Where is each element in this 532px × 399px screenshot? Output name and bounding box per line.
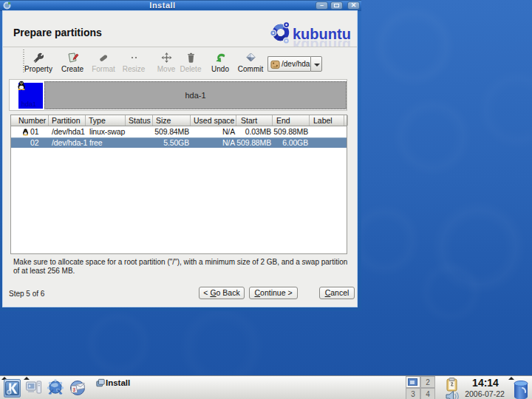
svg-text:3: 3 <box>73 387 76 392</box>
